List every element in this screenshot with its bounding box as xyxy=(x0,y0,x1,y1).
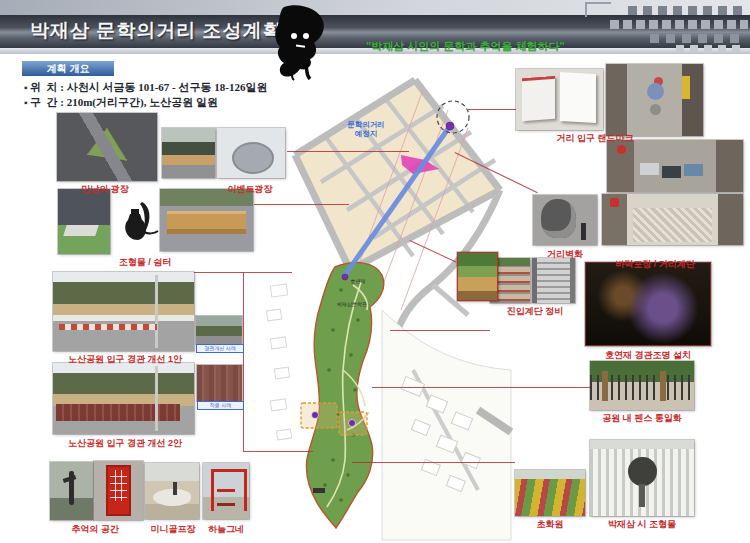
photo-flower-garden xyxy=(515,470,585,516)
label-entry-stairs: 진입계단 정비 xyxy=(480,305,590,318)
map-label-museum: 박재삼문학관 xyxy=(337,301,367,307)
label-entrance-plan2: 노산공원 입구 경관 개선 2안 xyxy=(40,437,210,450)
overview-section-title: 계획 개요 xyxy=(22,61,114,76)
map-label-planned-street-2: 예정지 xyxy=(355,129,378,138)
inset-photo-plan2-example xyxy=(197,365,242,401)
photo-water-pump xyxy=(50,462,93,520)
inset-caption-plan2: 적용 사례 xyxy=(197,401,244,410)
photo-monument-panels xyxy=(516,69,603,130)
connector-line xyxy=(468,109,516,110)
map-label-planned-street-1: 문학의거리 xyxy=(347,120,385,129)
photo-hoyeonjae-night-lighting xyxy=(585,262,711,346)
label-mini-golf: 미니골프장 xyxy=(140,523,206,536)
decoration xyxy=(155,275,158,348)
label-memory-space: 추억의 공간 xyxy=(45,523,145,536)
label-park-fence: 공원 내 펜스 통일화 xyxy=(590,412,694,425)
photo-rest-benches xyxy=(160,189,253,251)
label-poem-sculpture: 박재삼 시 조형물 xyxy=(590,518,694,531)
label-flower-garden: 초화원 xyxy=(515,518,585,531)
photo-street-before xyxy=(607,140,743,192)
label-event-plaza: 이벤트광장 xyxy=(210,183,290,196)
connector-line xyxy=(243,272,244,451)
photo-meeting-plaza-aerial xyxy=(57,113,157,181)
photo-park-entrance-plan2 xyxy=(53,363,194,434)
slogan-text: "박재삼 시인의 문학과 추억을 체험하다" xyxy=(366,39,565,54)
label-street-landmark: 거리 입구 랜드마크 xyxy=(530,132,660,145)
photo-entry-stairs-gray xyxy=(532,258,575,303)
inset-photo-plan1-example xyxy=(196,316,242,344)
overview-section-row: 구 간 : 210m(거리구간), 노산공원 일원 xyxy=(24,95,218,110)
site-plan-map: 문학의거리 예정지 호연재 박재삼문학관 xyxy=(263,70,515,543)
connector-line xyxy=(254,204,349,205)
connector-line xyxy=(372,387,590,388)
decoration xyxy=(155,366,158,431)
photo-street-clock-landmark xyxy=(606,64,703,136)
poster-page: 박재삼 문학의거리 조성계획(안) "박재삼 시인의 문학과 추억을 체험하다"… xyxy=(0,0,750,543)
photo-poem-sculpture xyxy=(590,440,694,516)
pixel-outline-decoration xyxy=(585,2,611,17)
photo-red-phone-booth xyxy=(94,461,143,520)
label-entrance-plan1: 노산공원 입구 경관 개선 1안 xyxy=(40,353,210,366)
photo-park-entrance-plan1 xyxy=(53,272,194,351)
map-label-hoyeonjae: 호연재 xyxy=(351,278,366,284)
label-paving-stairs: 바닥포장 / 거리계단 xyxy=(590,258,720,271)
photo-stairs-map-inset xyxy=(457,252,498,301)
label-meeting-plaza: 만남의 광장 xyxy=(50,183,160,196)
photo-park-fence xyxy=(590,361,694,410)
label-sky-swing: 하늘그네 xyxy=(198,523,254,536)
label-hoyeonjae-lighting: 호연재 경관조명 설치 xyxy=(585,349,711,362)
ink-quill-icon xyxy=(116,200,160,248)
photo-mini-golf xyxy=(145,463,199,519)
photo-street-mural xyxy=(533,195,597,245)
connector-line xyxy=(390,330,490,331)
photo-sculpture-stone xyxy=(58,189,110,254)
connector-line xyxy=(352,462,515,463)
overview-location-row: 위 치 : 사천시 서금동 101-67 - 선구동 18-126일원 xyxy=(24,80,267,95)
poet-portrait-icon xyxy=(270,5,332,81)
connector-line xyxy=(287,151,409,152)
label-sculpture-rest: 조형물 / 쉼터 xyxy=(90,256,200,269)
inset-caption-plan1: 경관개선 사례 xyxy=(196,344,244,353)
photo-street-paving-after xyxy=(602,194,743,245)
pixel-decoration xyxy=(610,4,748,52)
photo-plaza-example xyxy=(162,128,215,178)
connector-line xyxy=(243,451,313,452)
photo-event-plaza-render xyxy=(217,128,285,178)
photo-sky-swing xyxy=(203,463,249,519)
